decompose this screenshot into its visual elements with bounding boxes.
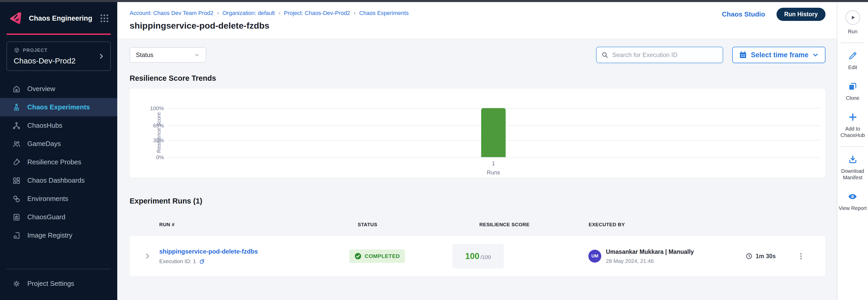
- add-to-chaoshub-action[interactable]: Add to ChaosHub: [838, 112, 867, 139]
- duration-label: 1m 30s: [756, 253, 776, 260]
- column-run: RUN #: [159, 222, 175, 228]
- sidebar-item-image-registry[interactable]: Image Registry: [0, 226, 117, 244]
- main-column: Account: Chaos Dev Team Prod2 › Organiza…: [117, 0, 837, 300]
- chart-ytick-label: 0%: [156, 154, 164, 160]
- content-area: Status Select time frame Resilien: [117, 39, 837, 300]
- sidebar: Chaos Engineering PROJECT Chaos-Dev-Prod…: [0, 0, 117, 300]
- timeframe-label: Select time frame: [751, 51, 808, 59]
- download-manifest-action[interactable]: Download Manifest: [838, 154, 867, 181]
- product-logo-row: Chaos Engineering: [0, 10, 117, 26]
- sidebar-item-overview[interactable]: Overview: [0, 80, 117, 98]
- people-icon: [12, 140, 21, 148]
- sidebar-item-chaos-dashboards[interactable]: Chaos Dashboards: [0, 171, 117, 189]
- run-history-button[interactable]: Run History: [776, 8, 826, 21]
- breadcrumb-project[interactable]: Project: Chaos-Dev-Prod2: [284, 10, 350, 17]
- score-total: /100: [480, 254, 491, 260]
- download-manifest-label: Download Manifest: [838, 168, 867, 181]
- home-icon: [12, 85, 21, 93]
- row-menu-kebab-icon[interactable]: [797, 252, 805, 261]
- runs-table-header: RUN # STATUS RESILIENCE SCORE EXECUTED B…: [130, 222, 826, 229]
- status-filter-dropdown[interactable]: Status: [130, 47, 206, 63]
- view-report-action[interactable]: View Report: [839, 192, 867, 212]
- gear-icon: [12, 280, 21, 288]
- sidebar-item-label: Chaos Experiments: [27, 103, 90, 111]
- chart-plot: 100%65%35%0%: [167, 108, 819, 157]
- chart-ytick-label: 65%: [153, 122, 164, 129]
- project-label-row: PROJECT: [14, 47, 103, 53]
- execution-date: 28 May 2024, 21:46: [606, 258, 694, 264]
- search-icon: [601, 51, 609, 59]
- breadcrumb: Account: Chaos Dev Team Prod2 › Organiza…: [130, 10, 826, 17]
- check-circle-icon: [354, 252, 362, 260]
- eye-icon: [848, 192, 858, 202]
- play-icon[interactable]: [845, 10, 860, 25]
- sidebar-item-label: Overview: [27, 85, 55, 93]
- brand-underline: [6, 33, 111, 35]
- download-icon: [848, 154, 858, 164]
- expand-chevron-icon[interactable]: [144, 252, 151, 260]
- app-window: Chaos Engineering PROJECT Chaos-Dev-Prod…: [0, 0, 868, 300]
- right-action-rail: Run Edit Clone Add to ChaosHub Download …: [837, 0, 868, 300]
- sidebar-item-project-settings[interactable]: Project Settings: [0, 274, 117, 293]
- breadcrumb-chaos-experiments[interactable]: Chaos Experiments: [359, 10, 409, 17]
- resilience-trend-chart-card: Resilience Score 100%65%35%0% 1 Runs: [130, 89, 826, 178]
- chart-bars: [167, 108, 819, 157]
- breadcrumb-organization[interactable]: Organization: default: [222, 10, 275, 17]
- resilience-score-bar[interactable]: [481, 108, 506, 157]
- sidebar-item-label: Chaos Dashboards: [27, 176, 85, 184]
- chart-y-axis-title: Resilience Score: [156, 112, 162, 153]
- score-value: 100: [465, 251, 479, 261]
- run-table-row[interactable]: shippingservice-pod-delete-fzdbs Executi…: [130, 236, 826, 276]
- resilience-score-box: 100 /100: [452, 244, 504, 269]
- execution-id-label: Execution ID: 1: [159, 258, 196, 264]
- avatar: UM: [588, 250, 601, 263]
- runs-heading: Experiment Runs (1): [130, 197, 826, 205]
- chaos-engineering-logo-icon: [8, 10, 24, 26]
- sidebar-item-resilience-probes[interactable]: Resilience Probes: [0, 153, 117, 171]
- sidebar-item-chaosguard[interactable]: ChaosGuard: [0, 208, 117, 226]
- search-input[interactable]: [612, 51, 718, 59]
- breadcrumb-separator: ›: [353, 10, 355, 17]
- plus-icon: [848, 112, 858, 122]
- lock-card-icon: [12, 213, 21, 221]
- chart-heading: Resilience Score Trends: [130, 74, 826, 83]
- edit-action[interactable]: Edit: [848, 51, 858, 71]
- chart-xtick-label: 1: [481, 160, 506, 167]
- timeframe-dropdown-button[interactable]: Select time frame: [732, 47, 826, 63]
- toolbar-right: Select time frame: [596, 47, 826, 63]
- sidebar-item-chaoshubs[interactable]: ChaosHubs: [0, 116, 117, 134]
- column-executed-by: EXECUTED BY: [589, 222, 625, 228]
- execution-id-line: Execution ID: 1: [159, 258, 258, 264]
- calendar-icon: [739, 51, 747, 59]
- run-action[interactable]: Run: [845, 10, 860, 35]
- environments-icon: [12, 195, 21, 203]
- page-header: Account: Chaos Dev Team Prod2 › Organiza…: [117, 0, 837, 39]
- product-title: Chaos Engineering: [29, 14, 94, 23]
- clock-icon: [746, 253, 752, 260]
- clone-action[interactable]: Clone: [846, 82, 859, 101]
- edit-action-label: Edit: [848, 64, 857, 71]
- duration: 1m 30s: [746, 253, 776, 260]
- breadcrumb-separator: ›: [278, 10, 280, 17]
- chaos-studio-link[interactable]: Chaos Studio: [722, 10, 765, 18]
- rail-divider: [841, 146, 865, 147]
- cube-icon: [14, 47, 20, 53]
- executor-name: Umasankar Mukkara | Manually: [606, 248, 694, 256]
- project-selector[interactable]: PROJECT Chaos-Dev-Prod2: [6, 41, 111, 71]
- sidebar-item-label: GameDays: [27, 140, 61, 148]
- column-status: STATUS: [358, 222, 377, 228]
- sidebar-item-label: Image Registry: [27, 231, 72, 239]
- sidebar-item-gamedays[interactable]: GameDays: [0, 134, 117, 153]
- sidebar-item-label: ChaosHubs: [27, 121, 62, 129]
- chart-xticks: 1: [167, 160, 819, 167]
- run-name-link[interactable]: shippingservice-pod-delete-fzdbs: [159, 248, 258, 255]
- rail-divider: [841, 42, 865, 43]
- sidebar-item-chaos-experiments[interactable]: Chaos Experiments: [0, 98, 117, 116]
- breadcrumb-account[interactable]: Account: Chaos Dev Team Prod2: [130, 10, 213, 17]
- chart-ytick-label: 35%: [153, 137, 164, 143]
- status-filter-label: Status: [136, 51, 153, 59]
- module-grid-icon[interactable]: [99, 13, 110, 24]
- column-resilience-score: RESILIENCE SCORE: [479, 222, 530, 228]
- sidebar-item-environments[interactable]: Environments: [0, 189, 117, 208]
- copy-icon[interactable]: [199, 258, 205, 264]
